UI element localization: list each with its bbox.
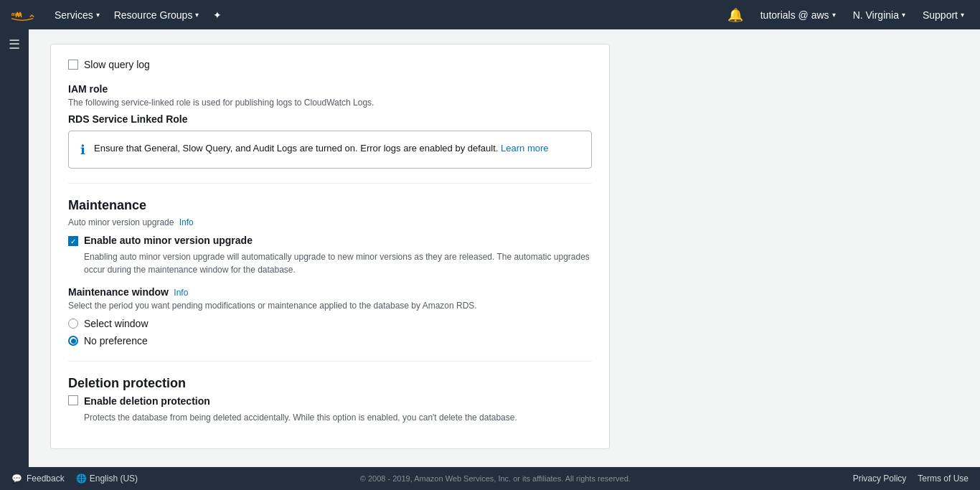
nav-region[interactable]: N. Virginia ▾ xyxy=(846,0,913,29)
slow-query-checkbox[interactable] xyxy=(68,60,78,70)
enable-auto-minor-label: Enable auto minor version upgrade xyxy=(84,235,253,246)
no-preference-radio[interactable] xyxy=(68,336,78,346)
deletion-title: Deletion protection xyxy=(68,376,592,391)
maintenance-window-desc: Select the period you want pending modif… xyxy=(68,301,592,311)
select-window-row[interactable]: Select window xyxy=(68,318,592,329)
nav-services[interactable]: Services ▾ xyxy=(47,0,107,29)
iam-role-desc: The following service-linked role is use… xyxy=(68,98,592,108)
iam-role-title: IAM role xyxy=(68,83,592,95)
globe-icon: 🌐 xyxy=(76,473,87,484)
learn-more-link[interactable]: Learn more xyxy=(501,143,548,154)
enable-deletion-row: Enable deletion protection xyxy=(68,395,592,407)
enable-auto-minor-row: Enable auto minor version upgrade xyxy=(68,235,592,246)
notifications-bell-icon[interactable]: 🔔 xyxy=(720,7,750,23)
nav-user[interactable]: tutorials @ aws ▾ xyxy=(753,0,843,29)
enable-deletion-label: Enable deletion protection xyxy=(84,395,210,407)
maintenance-window-radio-group: Select window No preference xyxy=(68,318,592,347)
nav-support[interactable]: Support ▾ xyxy=(915,0,971,29)
divider-1 xyxy=(68,183,592,184)
maintenance-section: Maintenance Auto minor version upgrade I… xyxy=(68,198,592,347)
enable-deletion-checkbox[interactable] xyxy=(68,395,78,405)
sidebar-toggle-button[interactable]: ☰ xyxy=(9,37,20,52)
enable-deletion-desc: Protects the database from being deleted… xyxy=(84,411,592,424)
auto-minor-info-link[interactable]: Info xyxy=(179,217,194,227)
footer-copyright: © 2008 - 2019, Amazon Web Services, Inc.… xyxy=(138,474,853,483)
no-preference-row[interactable]: No preference xyxy=(68,335,592,347)
maintenance-window-section: Maintenance window Info Select the perio… xyxy=(68,286,592,347)
top-navigation: aws Services ▾ Resource Groups ▾ ✦ 🔔 tut… xyxy=(0,0,980,29)
terms-of-use-link[interactable]: Terms of Use xyxy=(918,473,969,484)
footer-left: 💬 Feedback 🌐 English (US) xyxy=(11,473,138,484)
info-circle-icon: ℹ xyxy=(80,142,85,158)
bookmark-icon: ✦ xyxy=(213,9,222,21)
maintenance-window-info-link[interactable]: Info xyxy=(174,288,188,298)
footer-right: Privacy Policy Terms of Use xyxy=(853,473,969,484)
nav-right-section: 🔔 tutorials @ aws ▾ N. Virginia ▾ Suppor… xyxy=(720,0,971,29)
divider-2 xyxy=(68,361,592,362)
language-selector[interactable]: 🌐 English (US) xyxy=(76,473,138,484)
deletion-protection-section: Deletion protection Enable deletion prot… xyxy=(68,376,592,424)
enable-auto-minor-desc: Enabling auto minor version upgrade will… xyxy=(84,250,592,276)
support-chevron-icon: ▾ xyxy=(961,11,964,19)
privacy-policy-link[interactable]: Privacy Policy xyxy=(853,473,907,484)
rds-role-label: RDS Service Linked Role xyxy=(68,113,592,125)
nav-bookmark[interactable]: ✦ xyxy=(206,0,229,29)
feedback-button[interactable]: 💬 Feedback xyxy=(11,473,65,484)
info-box: ℹ Ensure that General, Slow Query, and A… xyxy=(68,131,592,169)
maintenance-window-label-row: Maintenance window Info xyxy=(68,286,592,298)
auto-minor-label-row: Auto minor version upgrade Info xyxy=(68,217,592,227)
resource-groups-chevron-icon: ▾ xyxy=(195,11,199,19)
maintenance-title: Maintenance xyxy=(68,198,592,213)
svg-text:aws: aws xyxy=(11,11,23,17)
region-chevron-icon: ▾ xyxy=(902,11,905,19)
aws-logo[interactable]: aws xyxy=(9,7,36,23)
services-chevron-icon: ▾ xyxy=(96,11,100,19)
no-preference-label: No preference xyxy=(84,335,148,347)
user-chevron-icon: ▾ xyxy=(832,11,836,19)
iam-role-section: IAM role The following service-linked ro… xyxy=(68,83,592,169)
footer: 💬 Feedback 🌐 English (US) © 2008 - 2019,… xyxy=(0,467,980,490)
enable-auto-minor-checkbox[interactable] xyxy=(68,236,78,246)
slow-query-row: Slow query log xyxy=(68,59,592,70)
slow-query-label: Slow query log xyxy=(84,59,150,70)
select-window-label: Select window xyxy=(84,318,149,329)
nav-resource-groups[interactable]: Resource Groups ▾ xyxy=(107,0,207,29)
info-box-text: Ensure that General, Slow Query, and Aud… xyxy=(94,141,549,156)
select-window-radio[interactable] xyxy=(68,319,78,329)
main-content: Slow query log IAM role The following se… xyxy=(29,29,980,490)
feedback-icon: 💬 xyxy=(11,473,22,484)
form-card: Slow query log IAM role The following se… xyxy=(50,44,610,449)
sidebar: ☰ xyxy=(0,29,29,467)
